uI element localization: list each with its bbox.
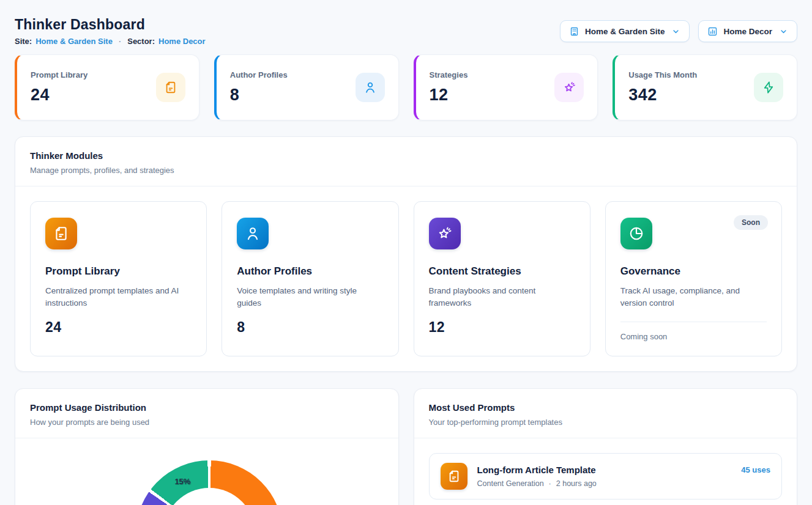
prompts-panel-title: Most Used Prompts: [429, 402, 783, 413]
usage-panel-subtitle: How your prompts are being used: [30, 418, 384, 427]
stat-label: Usage This Month: [628, 70, 697, 79]
stat-value: 12: [430, 86, 468, 105]
user-icon: [356, 73, 385, 102]
usage-panel-title: Prompt Usage Distribution: [30, 402, 384, 413]
module-card-governance[interactable]: Soon Governance Track AI usage, complian…: [605, 201, 782, 356]
donut-chart: [136, 460, 283, 505]
site-selector-label: Home & Garden Site: [585, 27, 665, 36]
stat-label: Strategies: [430, 70, 468, 79]
thinker-modules-section: Thinker Modules Manage prompts, profiles…: [15, 136, 797, 372]
module-title: Prompt Library: [45, 265, 192, 278]
site-label: Site:: [15, 37, 32, 46]
module-count: 24: [45, 319, 192, 336]
prompt-title: Long-form Article Template: [477, 465, 732, 475]
prompt-time: 2 hours ago: [556, 479, 597, 488]
module-count: 12: [429, 319, 575, 336]
modules-subtitle: Manage prompts, profiles, and strategies: [30, 166, 782, 175]
module-title: Content Strategies: [429, 265, 575, 278]
pie-chart-icon: [620, 218, 652, 249]
sparkle-star-icon: [429, 218, 461, 249]
module-card-author-profiles[interactable]: Author Profiles Voice templates and writ…: [222, 201, 398, 356]
slice-percentage-label: 15%: [174, 477, 190, 486]
prompt-usage-donut-chart: 15%: [15, 438, 398, 505]
prompt-category: Content Generation: [477, 479, 544, 488]
stats-row: Prompt Library 24 Author Profiles 8 Stra…: [15, 54, 797, 120]
prompt-list-item[interactable]: Long-form Article Template Content Gener…: [429, 453, 783, 499]
module-card-prompt-library[interactable]: Prompt Library Centralized prompt templa…: [30, 201, 207, 356]
stat-card-author-profiles: Author Profiles 8: [214, 54, 399, 120]
breadcrumb: Site: Home & Garden Site · Sector: Home …: [15, 37, 206, 46]
module-description: Brand playbooks and content frameworks: [429, 285, 575, 309]
file-text-icon: [441, 463, 467, 490]
zap-icon: [754, 73, 783, 102]
file-text-icon: [45, 218, 77, 249]
chevron-down-icon: [779, 27, 788, 36]
site-link[interactable]: Home & Garden Site: [35, 37, 113, 46]
module-title: Author Profiles: [237, 265, 383, 278]
stat-label: Author Profiles: [230, 70, 288, 79]
file-text-icon: [156, 73, 185, 102]
sector-selector-dropdown[interactable]: Home Decor: [698, 20, 797, 42]
most-used-prompts-panel: Most Used Prompts Your top-performing pr…: [414, 388, 798, 505]
coming-soon-text: Coming soon: [620, 322, 767, 341]
user-icon: [237, 218, 269, 249]
sector-label: Sector:: [127, 37, 155, 46]
sector-selector-label: Home Decor: [723, 27, 772, 36]
page-title: Thinker Dashboard: [15, 15, 206, 34]
meta-separator: ·: [549, 479, 551, 488]
module-card-content-strategies[interactable]: Content Strategies Brand playbooks and c…: [414, 201, 590, 356]
stat-label: Prompt Library: [31, 70, 88, 79]
soon-badge: Soon: [734, 215, 768, 230]
stat-card-strategies: Strategies 12: [414, 54, 598, 120]
prompt-usage-panel: Prompt Usage Distribution How your promp…: [15, 388, 399, 505]
breadcrumb-separator: ·: [119, 37, 121, 46]
stat-value: 342: [628, 86, 697, 105]
modules-title: Thinker Modules: [30, 150, 782, 161]
module-count: 8: [237, 319, 383, 336]
prompts-panel-subtitle: Your top-performing prompt templates: [429, 418, 783, 427]
site-selector-dropdown[interactable]: Home & Garden Site: [560, 20, 690, 42]
dashboard-page: Thinker Dashboard Site: Home & Garden Si…: [0, 0, 812, 505]
building-icon: [569, 26, 579, 37]
module-title: Governance: [620, 265, 767, 278]
module-description: Voice templates and writing style guides: [237, 285, 383, 309]
stat-card-usage: Usage This Month 342: [613, 54, 797, 120]
sector-link[interactable]: Home Decor: [158, 37, 206, 46]
topbar: Thinker Dashboard Site: Home & Garden Si…: [15, 15, 797, 46]
bar-chart-icon: [707, 26, 718, 37]
stat-card-prompt-library: Prompt Library 24: [15, 54, 199, 120]
stat-value: 24: [31, 86, 88, 105]
sparkle-star-icon: [554, 73, 584, 102]
stat-value: 8: [230, 86, 288, 105]
module-description: Centralized prompt templates and AI inst…: [45, 285, 192, 309]
prompt-uses-badge: 45 uses: [741, 465, 770, 474]
module-description: Track AI usage, compliance, and version …: [620, 285, 767, 309]
chevron-down-icon: [671, 27, 680, 36]
